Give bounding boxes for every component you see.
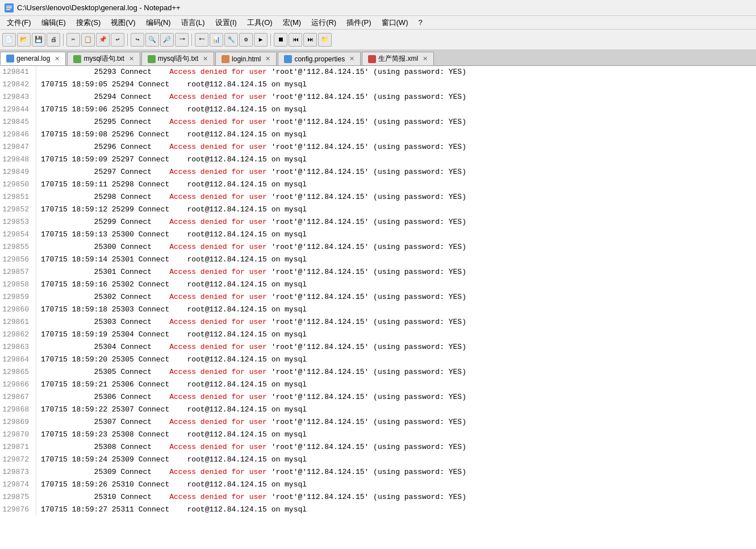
menu-item[interactable]: 设置(I) xyxy=(211,16,241,29)
log-line: 129858170715 18:59:16 25302 Connect root… xyxy=(0,278,756,291)
log-line: 129853 25299 Connect Access denied for u… xyxy=(0,216,756,228)
tab-general-log[interactable]: general.log✕ xyxy=(0,52,66,65)
toolbar-button[interactable]: ⚙ xyxy=(239,33,253,47)
tab-label: mysql语句.txt xyxy=(83,54,124,64)
line-content: 170715 18:59:13 25300 Connect root@112.8… xyxy=(41,228,307,241)
log-line: 129864170715 18:59:20 25305 Connect root… xyxy=(0,353,756,366)
line-number: 129859 xyxy=(2,291,36,303)
tab-icon xyxy=(368,55,376,63)
toolbar-button[interactable]: 📄 xyxy=(2,33,16,47)
tab-label: 生产简报.xml xyxy=(378,54,418,64)
tab-mysql-ju-1[interactable]: mysql语句.txt✕ xyxy=(67,52,140,65)
line-number: 129865 xyxy=(2,366,36,379)
toolbar-button[interactable]: ⏭ xyxy=(303,33,317,47)
line-content: 25302 Connect Access denied for user 'ro… xyxy=(41,291,466,303)
line-content: 170715 18:59:18 25303 Connect root@112.8… xyxy=(41,303,307,316)
log-line: 129847 25296 Connect Access denied for u… xyxy=(0,141,756,153)
tab-shengchan-xml[interactable]: 生产简报.xml✕ xyxy=(362,52,434,65)
line-content: 170715 18:59:14 25301 Connect root@112.8… xyxy=(41,253,307,266)
toolbar-button[interactable]: ▶ xyxy=(254,33,268,47)
menu-item[interactable]: 插件(P) xyxy=(342,16,375,29)
line-content: 25295 Connect Access denied for user 'ro… xyxy=(41,116,466,128)
menu-item[interactable]: 搜索(S) xyxy=(72,16,105,29)
toolbar-button[interactable]: 📂 xyxy=(17,33,31,47)
log-line: 129875 25310 Connect Access denied for u… xyxy=(0,491,756,504)
tab-close-button[interactable]: ✕ xyxy=(265,55,270,63)
toolbar-button[interactable]: 💾 xyxy=(32,33,45,47)
line-content: 170715 18:59:23 25308 Connect root@112.8… xyxy=(41,429,307,441)
log-line: 129843 25294 Connect Access denied for u… xyxy=(0,91,756,103)
line-number: 129862 xyxy=(2,328,36,341)
toolbar-button[interactable]: ⏹ xyxy=(274,33,287,47)
tab-icon xyxy=(148,55,156,63)
line-number: 129852 xyxy=(2,203,36,216)
tab-label: config.properties xyxy=(294,55,345,63)
line-number: 129843 xyxy=(2,91,36,103)
toolbar-button[interactable]: 📁 xyxy=(318,33,332,47)
log-line: 129855 25300 Connect Access denied for u… xyxy=(0,241,756,253)
menu-item[interactable]: 工具(O) xyxy=(243,16,277,29)
tab-close-button[interactable]: ✕ xyxy=(349,55,354,63)
tab-label: general.log xyxy=(16,55,50,63)
log-line: 129865 25305 Connect Access denied for u… xyxy=(0,366,756,379)
log-line: 129874170715 18:59:26 25310 Connect root… xyxy=(0,479,756,491)
toolbar-button[interactable]: 🔎 xyxy=(160,33,174,47)
tab-close-button[interactable]: ✕ xyxy=(55,55,60,63)
toolbar-button[interactable]: 🔍 xyxy=(145,33,159,47)
log-line: 129856170715 18:59:14 25301 Connect root… xyxy=(0,253,756,266)
menu-item[interactable]: 文件(F) xyxy=(2,16,36,29)
menu-item[interactable]: 运行(R) xyxy=(307,16,341,29)
line-number: 129845 xyxy=(2,116,36,128)
tab-mysql-ju-2[interactable]: mysql语句.txt✕ xyxy=(141,52,214,65)
toolbar-button[interactable]: ↪ xyxy=(131,33,144,47)
menu-bar: 文件(F)编辑(E)搜索(S)视图(V)编码(N)语言(L)设置(I)工具(O)… xyxy=(0,16,756,30)
line-number: 129851 xyxy=(2,191,36,203)
tab-bar: general.log✕mysql语句.txt✕mysql语句.txt✕logi… xyxy=(0,50,756,66)
log-line: 129852170715 18:59:12 25299 Connect root… xyxy=(0,203,756,216)
tab-login-html[interactable]: login.html✕ xyxy=(215,52,277,65)
line-number: 129875 xyxy=(2,491,36,504)
line-number: 129853 xyxy=(2,216,36,228)
log-line: 129867 25306 Connect Access denied for u… xyxy=(0,391,756,404)
line-content: 170715 18:59:05 25294 Connect root@112.8… xyxy=(41,78,307,91)
line-number: 129847 xyxy=(2,141,36,153)
menu-item[interactable]: 语言(L) xyxy=(177,16,210,29)
toolbar-button[interactable]: ✂ xyxy=(66,33,80,47)
tab-close-button[interactable]: ✕ xyxy=(423,55,428,63)
toolbar-button[interactable]: 🖨 xyxy=(47,33,60,47)
log-content[interactable]: 129841 25293 Connect Access denied for u… xyxy=(0,66,756,547)
toolbar-button[interactable]: 🔧 xyxy=(224,33,238,47)
log-line: 129866170715 18:59:21 25306 Connect root… xyxy=(0,379,756,391)
tab-close-button[interactable]: ✕ xyxy=(129,55,134,63)
toolbar-button[interactable]: ⭢ xyxy=(175,33,189,47)
menu-item[interactable]: 编码(N) xyxy=(141,16,176,29)
log-line: 129872170715 18:59:24 25309 Connect root… xyxy=(0,454,756,466)
menu-item[interactable]: 宏(M) xyxy=(278,16,306,29)
toolbar: 📄📂💾🖨✂📋📌↩↪🔍🔎⭢⭠📊🔧⚙▶⏹⏮⏭📁 xyxy=(0,30,756,50)
menu-item[interactable]: 编辑(E) xyxy=(37,16,70,29)
line-content: 25306 Connect Access denied for user 'ro… xyxy=(41,391,466,404)
tab-icon xyxy=(284,55,292,63)
log-line: 129846170715 18:59:08 25296 Connect root… xyxy=(0,128,756,141)
menu-item[interactable]: ? xyxy=(413,17,427,28)
svg-rect-2 xyxy=(6,7,12,9)
toolbar-button[interactable]: ⏮ xyxy=(289,33,302,47)
svg-rect-3 xyxy=(6,9,10,10)
menu-item[interactable]: 视图(V) xyxy=(106,16,140,29)
toolbar-button[interactable]: ⭠ xyxy=(195,33,208,47)
toolbar-button[interactable]: 📌 xyxy=(96,33,110,47)
svg-rect-1 xyxy=(6,6,12,7)
line-content: 170715 18:59:24 25309 Connect root@112.8… xyxy=(41,454,307,466)
toolbar-button[interactable]: 📊 xyxy=(210,33,223,47)
line-number: 129849 xyxy=(2,166,36,178)
tab-config-props[interactable]: config.properties✕ xyxy=(278,52,361,65)
line-content: 170715 18:59:09 25297 Connect root@112.8… xyxy=(41,153,307,166)
line-number: 129867 xyxy=(2,391,36,404)
toolbar-button[interactable]: 📋 xyxy=(81,33,95,47)
toolbar-button[interactable]: ↩ xyxy=(111,33,124,47)
log-line: 129848170715 18:59:09 25297 Connect root… xyxy=(0,153,756,166)
line-content: 25300 Connect Access denied for user 'ro… xyxy=(41,241,466,253)
tab-close-button[interactable]: ✕ xyxy=(203,55,208,63)
log-line: 129859 25302 Connect Access denied for u… xyxy=(0,291,756,303)
menu-item[interactable]: 窗口(W) xyxy=(377,16,413,29)
